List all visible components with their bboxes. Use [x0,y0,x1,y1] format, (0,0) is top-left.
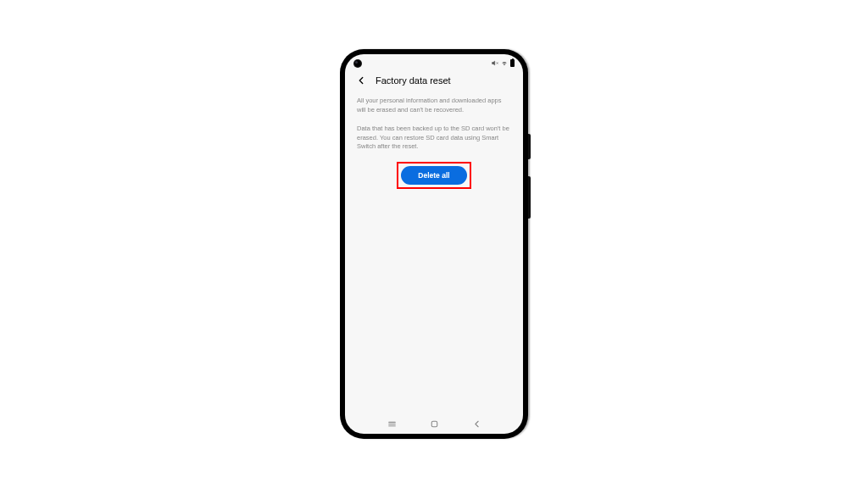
page-title: Factory data reset [376,75,451,86]
wifi-icon [501,59,508,66]
phone-screen: Factory data reset All your personal inf… [345,54,523,434]
mute-icon [492,59,498,66]
info-paragraph-2: Data that has been backed up to the SD c… [357,125,511,152]
nav-back-button[interactable] [470,417,483,430]
highlight-annotation: Delete all [397,162,470,189]
page-header: Factory data reset [345,71,523,92]
navigation-bar [345,413,523,434]
status-bar [345,54,523,71]
battery-icon [510,59,515,67]
info-paragraph-1: All your personal information and downlo… [357,97,511,114]
power-button [528,176,531,219]
phone-frame: Factory data reset All your personal inf… [340,49,528,439]
front-camera [353,59,362,68]
page-content: All your personal information and downlo… [345,92,523,413]
button-container: Delete all [357,162,511,189]
delete-all-button[interactable]: Delete all [401,166,466,185]
volume-button [528,134,531,159]
back-button[interactable] [355,75,367,86]
recent-apps-button[interactable] [385,417,398,430]
home-button[interactable] [427,417,441,430]
svg-rect-5 [431,421,437,427]
